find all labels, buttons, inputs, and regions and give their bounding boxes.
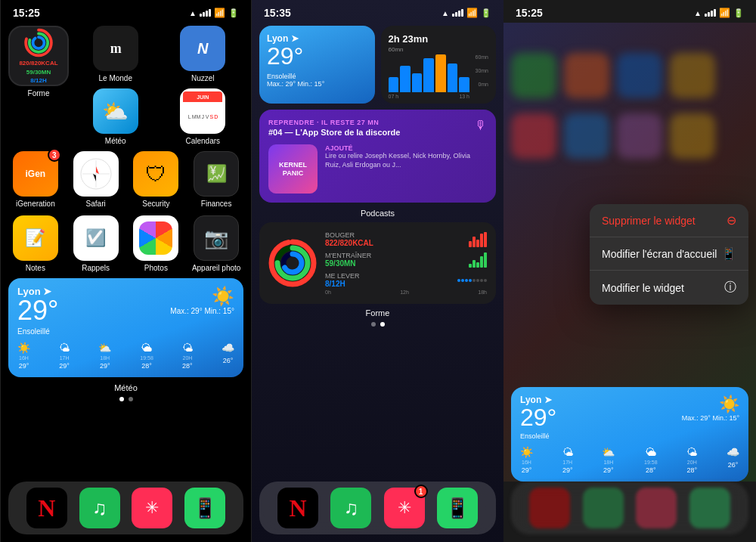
- podcast-widget[interactable]: REPRENDRE · IL RESTE 27 MN #04 — L'App S…: [259, 110, 496, 203]
- app-label-lemonde: Le Monde: [99, 74, 132, 82]
- dock-netflix-2[interactable]: N: [277, 488, 318, 528]
- dock-whatsapp-2[interactable]: 📱: [437, 488, 478, 528]
- forme-label: Forme: [259, 308, 496, 317]
- forecast-17h: 🌤 17H 29°: [59, 342, 70, 370]
- dot-1-inactive: [129, 397, 133, 401]
- weather-maxmin: Max.: 29° Min.: 15°: [170, 307, 234, 315]
- context-menu-delete-label: Supprimer le widget: [602, 215, 696, 227]
- bar-4: [423, 58, 434, 92]
- blur-blob-3: [617, 53, 662, 98]
- page-dots-2: [259, 322, 496, 327]
- dock-spotify-2[interactable]: ♫: [330, 488, 371, 528]
- screen-time-value: 2h 23mn: [389, 33, 489, 45]
- weather-condition: Ensoleillé: [17, 327, 58, 336]
- app-calendars[interactable]: JUIN L M M J V S D Calendars: [163, 88, 244, 145]
- blur-blob-7: [617, 113, 662, 159]
- app-row-4: 📝 Notes ☑️ Rappels Photos 📷: [8, 215, 243, 272]
- forme-bouger: 822/820KCAL: [325, 239, 373, 247]
- location-icon-2: ▲: [442, 9, 449, 17]
- context-menu-edit-widget-label: Modifier le widget: [602, 282, 684, 294]
- app-row-3: iGen 3 iGeneration Safari: [8, 151, 243, 208]
- dock-spotify[interactable]: ♫: [79, 488, 120, 528]
- podcast-content: KERNELPANIC AJOUTÉ Lire ou relire Joseph…: [268, 144, 487, 194]
- weather-temp: 29°: [17, 297, 58, 324]
- forecast-icon-1958: 🌥: [141, 342, 152, 354]
- app-finances[interactable]: 💹 Finances: [189, 151, 243, 208]
- location-icon-3: ▲: [694, 9, 702, 17]
- wifi-icon: 📶: [214, 8, 225, 18]
- app-notes[interactable]: 📝 Notes: [8, 215, 63, 272]
- weather-3-condition: Ensoleillé: [520, 432, 556, 440]
- podcast-description: Lire ou relire Joseph Kessel, Nick Hornb…: [325, 152, 487, 169]
- app-igeneration[interactable]: iGen 3 iGeneration: [8, 151, 63, 208]
- weather-3-left: Lyon ➤ 29° Ensoleillé: [520, 395, 556, 440]
- bouger-sparkline: [469, 232, 487, 247]
- weather-small-temp: 29°: [267, 44, 367, 68]
- app-row-1: 820/820KCAL 59/30MN 8/12H Forme m Le Mon…: [8, 26, 243, 145]
- weather-3-top: Lyon ➤ 29° Ensoleillé ☀️ Max.: 29° Min.:…: [520, 395, 739, 440]
- podcast-header: REPRENDRE · IL RESTE 27 MN #04 — L'App S…: [268, 119, 487, 138]
- bar-7: [459, 77, 469, 92]
- forme-melever: 8/12H: [325, 280, 360, 288]
- forecast-icon-17h: 🌤: [59, 342, 70, 354]
- forme-mn: 59/30MN: [26, 69, 51, 76]
- time-2: 15:35: [264, 7, 291, 19]
- context-menu-item-edit-home[interactable]: Modifier l'écran d'accueil 📱: [590, 237, 748, 271]
- weather-widget-3[interactable]: Lyon ➤ 29° Ensoleillé ☀️ Max.: 29° Min.:…: [511, 387, 748, 482]
- app-nuzzel[interactable]: N Nuzzel: [163, 26, 244, 82]
- signal-icon-3: [705, 9, 716, 17]
- forecast-icon-16h: ☀️: [17, 342, 30, 354]
- activity-ring-icon: [22, 27, 55, 58]
- forme-h: 8/12H: [30, 77, 46, 85]
- app-label-safari: Safari: [86, 200, 106, 208]
- weather-right: ☀️ Max.: 29° Min.: 15°: [170, 286, 234, 315]
- app-meteo[interactable]: ⛅ Météo: [75, 88, 156, 145]
- forecast-3-extra: ☁️ 26°: [727, 446, 739, 474]
- stat-melever: ME LEVER 8/12H: [325, 272, 487, 288]
- badge-igeneration: 3: [48, 148, 61, 162]
- signal-icon: [200, 9, 211, 17]
- screen-time-widget[interactable]: 2h 23mn 60mn 60mn 30mn 0mn: [381, 26, 497, 104]
- context-menu-item-edit-widget[interactable]: Modifier le widget ⓘ: [590, 271, 748, 305]
- app-label-nuzzel: Nuzzel: [191, 74, 215, 82]
- app-camera[interactable]: 📷 Appareil photo: [189, 215, 243, 272]
- dock-netflix[interactable]: N: [26, 488, 67, 528]
- blur-blob-5: [511, 113, 556, 159]
- app-rappels[interactable]: ☑️ Rappels: [69, 215, 123, 272]
- signal-icon-2: [452, 9, 463, 17]
- melever-dots: [457, 279, 487, 282]
- dock-bezel[interactable]: ✳: [132, 488, 172, 528]
- weather-3-maxmin: Max.: 29° Min.: 15°: [682, 414, 739, 422]
- forecast-3-1958: 🌥 19:58 28°: [644, 446, 658, 474]
- battery-icon: 🔋: [228, 8, 239, 18]
- screen2-content: Lyon ➤ 29° Ensoleillé Max.: 29° Min.: 15…: [252, 23, 503, 482]
- status-icons-1: ▲ 📶 🔋: [189, 8, 239, 18]
- chart-bars: [389, 54, 489, 92]
- app-label-igeneration: iGeneration: [16, 200, 55, 208]
- app-safari[interactable]: Safari: [69, 151, 123, 208]
- weather-3-forecast: ☀️ 16H 29° 🌤 17H 29° ⛅ 18H 29°: [520, 446, 739, 474]
- location-icon: ▲: [189, 9, 197, 17]
- dock-whatsapp-3-blur: [689, 488, 730, 528]
- forme-widget-2[interactable]: BOUGER 822/820KCAL M'EN: [259, 222, 496, 304]
- bar-1: [389, 77, 399, 92]
- weather-widget-small[interactable]: Lyon ➤ 29° Ensoleillé Max.: 29° Min.: 15…: [259, 26, 375, 104]
- weather-widget-1[interactable]: Lyon ➤ 29° Ensoleillé ☀️ Max.: 29° Min.:…: [8, 278, 243, 377]
- chart-x-labels: 07 h 13 h: [389, 94, 489, 99]
- app-security[interactable]: 🛡 Security: [129, 151, 184, 208]
- screen1-content: 820/820KCAL 59/30MN 8/12H Forme m Le Mon…: [1, 23, 251, 482]
- blur-blob-4: [670, 53, 715, 98]
- bar-5: [435, 54, 446, 92]
- context-menu-item-delete[interactable]: Supprimer le widget ⊖: [590, 204, 748, 237]
- app-lemonde[interactable]: m Le Monde: [75, 26, 156, 82]
- podcast-episode: #04 — L'App Store de la discorde: [268, 128, 400, 137]
- time-1: 15:25: [13, 7, 40, 19]
- app-label-meteo: Météo: [105, 137, 126, 145]
- status-bar-2: 15:35 ▲ 📶 🔋: [252, 0, 503, 23]
- dock-whatsapp[interactable]: 📱: [184, 488, 225, 528]
- app-photos[interactable]: Photos: [129, 215, 184, 272]
- battery-icon-3: 🔋: [733, 8, 744, 18]
- dock-bezel-2[interactable]: ✳ 1: [384, 488, 425, 528]
- weather-forecast: ☀️ 16H 29° 🌤 17H 29° ⛅ 18H 29° 🌥 19:58: [17, 342, 234, 370]
- app-forme[interactable]: 820/820KCAL 59/30MN 8/12H Forme: [8, 26, 69, 145]
